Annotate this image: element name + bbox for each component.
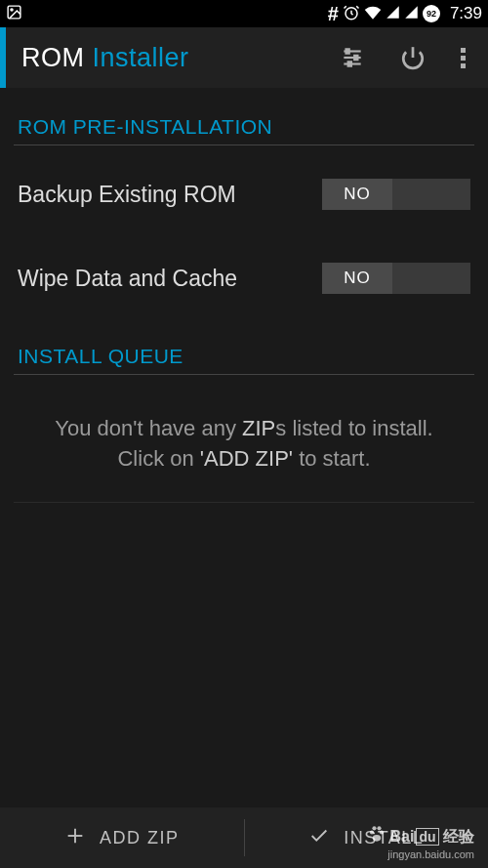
- svg-rect-11: [461, 56, 466, 61]
- power-icon[interactable]: [400, 45, 426, 70]
- add-zip-label: ADD ZIP: [100, 828, 180, 848]
- text: You don't have any: [55, 416, 242, 440]
- wifi-icon: [364, 4, 382, 24]
- plus-icon: [64, 825, 86, 851]
- text: s listed to install.: [275, 416, 432, 440]
- add-zip-button[interactable]: ADD ZIP: [0, 807, 244, 868]
- toggle-thumb: NO: [322, 179, 392, 210]
- svg-point-1: [11, 9, 13, 11]
- svg-rect-12: [461, 63, 466, 68]
- svg-rect-6: [346, 49, 349, 53]
- text-bold: 'ADD ZIP': [200, 446, 293, 471]
- app-bar: ROM Installer: [0, 27, 488, 88]
- toggle-thumb: NO: [322, 263, 392, 294]
- toggle-backup[interactable]: NO: [322, 179, 470, 210]
- app-title-main: ROM: [21, 43, 85, 72]
- accent-stripe: [0, 27, 6, 88]
- install-button[interactable]: INSTALL: [245, 807, 489, 868]
- toggle-wipe[interactable]: NO: [322, 263, 470, 294]
- row-wipe[interactable]: Wipe Data and Cache NO: [14, 243, 474, 327]
- text-bold: ZIP: [242, 416, 275, 440]
- alarm-icon: [343, 4, 360, 24]
- app-title: ROM Installer: [21, 43, 189, 73]
- row-label-wipe: Wipe Data and Cache: [18, 266, 237, 292]
- install-label: INSTALL: [344, 828, 424, 848]
- row-label-backup: Backup Existing ROM: [18, 182, 236, 208]
- section-header-queue: INSTALL QUEUE: [14, 327, 474, 374]
- queue-empty-message: You don't have any ZIPs listed to instal…: [14, 375, 474, 502]
- section-header-preinstall: ROM PRE-INSTALLATION: [14, 88, 474, 145]
- bottom-action-bar: ADD ZIP INSTALL: [0, 807, 488, 868]
- main-content: ROM PRE-INSTALLATION Backup Existing ROM…: [0, 88, 488, 807]
- check-icon: [308, 825, 330, 851]
- text: to start.: [293, 446, 370, 471]
- signal-icon-2: [404, 5, 419, 22]
- android-status-bar: # 92 7:39: [0, 0, 488, 27]
- image-icon: [6, 4, 22, 23]
- status-time: 7:39: [450, 4, 482, 23]
- battery-icon: 92: [423, 5, 440, 22]
- svg-rect-10: [461, 48, 466, 53]
- text: Click on: [117, 446, 199, 471]
- svg-rect-7: [354, 56, 357, 60]
- svg-rect-8: [348, 62, 351, 65]
- app-title-sub: Installer: [93, 43, 189, 72]
- settings-sliders-icon[interactable]: [340, 45, 365, 70]
- divider: [14, 502, 474, 503]
- signal-icon: [386, 5, 400, 22]
- row-backup[interactable]: Backup Existing ROM NO: [14, 145, 474, 243]
- overflow-menu-icon[interactable]: [461, 46, 467, 69]
- root-icon: #: [328, 3, 339, 25]
